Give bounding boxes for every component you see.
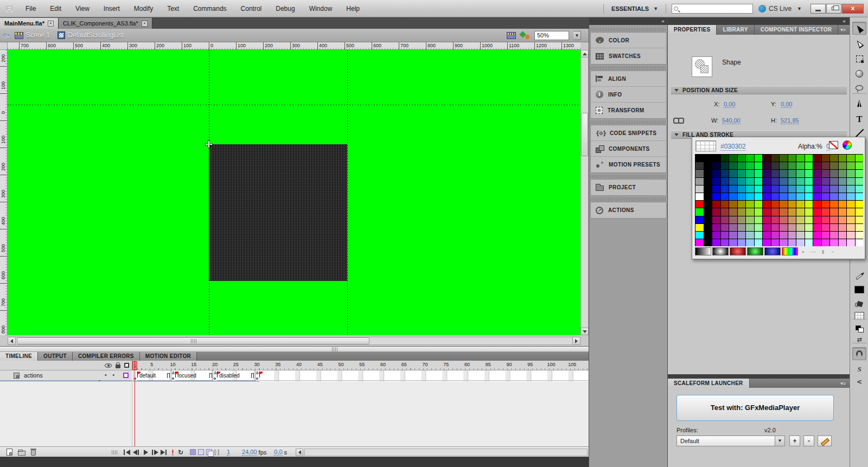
websafe-swatch[interactable] (771, 185, 780, 193)
websafe-swatch[interactable] (729, 208, 737, 215)
websafe-swatch[interactable] (796, 232, 805, 239)
websafe-swatch[interactable] (788, 170, 796, 177)
websafe-swatch[interactable] (839, 216, 847, 223)
palette-gap-swatch[interactable] (704, 224, 712, 231)
pen-tool-icon[interactable] (852, 98, 866, 111)
websafe-swatch[interactable] (729, 178, 737, 185)
dock-item-align[interactable]: ALIGN (591, 71, 666, 87)
tab-output[interactable]: OUTPUT (38, 352, 73, 361)
websafe-swatch[interactable] (780, 201, 788, 208)
websafe-swatch[interactable] (847, 224, 855, 231)
palette-gap-swatch[interactable] (704, 239, 712, 246)
loop-icon[interactable]: ↻ (178, 449, 183, 456)
go-to-last-frame-button[interactable] (159, 449, 169, 456)
websafe-swatch[interactable] (721, 201, 729, 208)
websafe-swatch[interactable] (847, 162, 855, 169)
websafe-swatch[interactable] (830, 155, 838, 162)
dock-item-swatches[interactable]: SWATCHES (591, 48, 666, 64)
snap-magnet-icon[interactable] (852, 347, 866, 360)
dock-item-color[interactable]: COLOR (591, 33, 666, 48)
websafe-swatch[interactable] (729, 162, 737, 169)
websafe-swatch[interactable] (813, 162, 821, 169)
websafe-swatch[interactable] (738, 208, 746, 215)
link-wh-icon[interactable] (673, 117, 682, 123)
edit-multiple-frames-button[interactable] (206, 449, 212, 455)
websafe-swatch[interactable] (847, 193, 855, 200)
websafe-swatch[interactable] (763, 193, 771, 200)
layer-outline-color[interactable] (123, 373, 129, 378)
websafe-swatch[interactable] (847, 232, 855, 239)
menu-item-control[interactable]: Control (234, 5, 269, 12)
websafe-swatch[interactable] (805, 232, 813, 239)
gradient-preset-radial-red[interactable] (730, 247, 746, 255)
websafe-swatch[interactable] (788, 239, 796, 246)
websafe-swatch[interactable] (738, 185, 746, 193)
websafe-swatch[interactable] (813, 208, 821, 215)
websafe-swatch[interactable] (805, 208, 813, 215)
websafe-swatch[interactable] (796, 155, 805, 162)
palette-gap-swatch[interactable] (704, 208, 712, 215)
websafe-swatch[interactable] (822, 201, 830, 208)
websafe-swatch[interactable] (805, 224, 813, 231)
websafe-swatch[interactable] (712, 239, 720, 246)
websafe-swatch[interactable] (796, 216, 805, 223)
websafe-swatch[interactable] (755, 170, 763, 177)
websafe-swatch[interactable] (822, 208, 830, 215)
websafe-swatch[interactable] (847, 155, 855, 162)
websafe-swatch[interactable] (729, 193, 737, 200)
free-transform-tool-icon[interactable] (852, 52, 866, 65)
center-playhead-icon[interactable] (172, 449, 174, 456)
websafe-swatch[interactable] (721, 239, 729, 246)
websafe-swatch[interactable] (805, 216, 813, 223)
h-value[interactable]: 521,85 (781, 117, 799, 124)
websafe-swatch[interactable] (712, 185, 720, 193)
websafe-swatch[interactable] (763, 224, 771, 231)
websafe-swatch[interactable] (738, 232, 746, 239)
websafe-swatch[interactable] (755, 178, 763, 185)
dock-item-project[interactable]: PROJECT (591, 180, 666, 195)
dock-group-handle[interactable] (590, 175, 667, 178)
websafe-swatch[interactable] (763, 216, 771, 223)
websafe-swatch[interactable] (729, 232, 737, 239)
dock-item-actions[interactable]: ACTIONS (591, 202, 666, 218)
websafe-swatch[interactable] (856, 232, 864, 239)
websafe-swatch[interactable] (763, 178, 771, 185)
websafe-swatch[interactable] (746, 208, 754, 215)
gradient-preset-radial-blue[interactable] (764, 247, 781, 255)
websafe-swatch[interactable] (746, 239, 754, 246)
stroke-color-swatch[interactable] (852, 283, 866, 296)
gradient-preset-radial-green[interactable] (747, 247, 763, 255)
collapse-dock-icon[interactable]: « (661, 18, 665, 24)
palette-gap-swatch[interactable] (704, 170, 712, 177)
go-to-first-frame-button[interactable] (123, 449, 132, 456)
chevron-down-icon[interactable]: ▼ (797, 6, 802, 11)
websafe-swatch[interactable] (746, 155, 754, 162)
websafe-swatch[interactable] (805, 185, 813, 193)
websafe-swatch[interactable] (805, 155, 813, 162)
websafe-swatch[interactable] (822, 193, 830, 200)
websafe-swatch[interactable] (830, 162, 838, 169)
delete-layer-button[interactable] (31, 450, 36, 456)
websafe-swatch[interactable] (738, 162, 746, 169)
websafe-swatch[interactable] (822, 224, 830, 231)
palette-gap-swatch[interactable] (704, 232, 712, 239)
websafe-swatch[interactable] (712, 155, 720, 162)
websafe-swatch[interactable] (729, 239, 737, 246)
websafe-swatch[interactable] (780, 239, 788, 246)
w-value[interactable]: 540,00 (722, 117, 741, 124)
edit-scene-button[interactable] (507, 32, 516, 39)
smooth-icon[interactable]: S (852, 362, 866, 375)
websafe-swatch[interactable] (796, 193, 805, 200)
websafe-swatch[interactable] (805, 162, 813, 169)
workspace-switcher[interactable]: ESSENTIALS ▼ (609, 5, 660, 12)
layer-toggles[interactable]: •• (105, 372, 114, 378)
websafe-swatch[interactable] (712, 224, 720, 231)
dock-item-components[interactable]: COMPONENTS (591, 141, 666, 157)
websafe-swatch[interactable] (839, 239, 847, 246)
websafe-swatch[interactable] (856, 216, 864, 223)
websafe-swatch[interactable] (788, 232, 796, 239)
websafe-swatch[interactable] (839, 185, 847, 193)
websafe-swatch[interactable] (856, 170, 864, 177)
palette-gap-swatch[interactable] (704, 155, 712, 162)
step-forward-button[interactable] (150, 449, 159, 456)
